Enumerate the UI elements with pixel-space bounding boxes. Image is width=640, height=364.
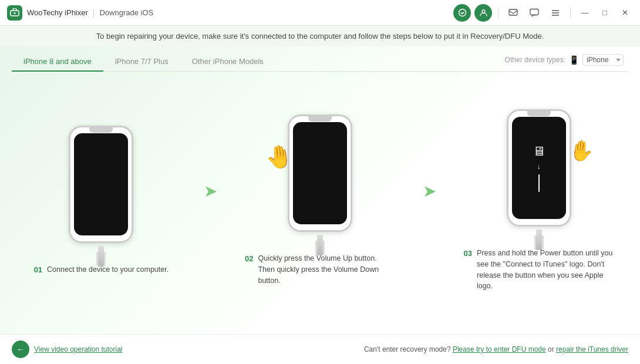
window-separator [570, 7, 571, 19]
step-1-screen [74, 133, 128, 235]
step-2-phone [288, 114, 352, 232]
step-3-connector [534, 235, 544, 250]
instruction-text: To begin repairing your device, make sur… [96, 32, 544, 41]
itunes-computer-icon: 🖥 [533, 144, 545, 159]
step-1-vol-up [69, 160, 70, 173]
cant-enter-text: Can't enter recovery mode? [364, 345, 451, 353]
step-2-screen [293, 122, 347, 224]
chat-icon-btn[interactable] [526, 4, 543, 22]
svg-point-1 [14, 12, 16, 14]
steps-area: 01 Connect the device to your computer. … [12, 72, 628, 334]
step-3-num: 03 [464, 248, 472, 259]
back-button[interactable]: ← [12, 341, 29, 358]
instruction-bar: To begin repairing your device, make sur… [0, 26, 640, 46]
dfu-mode-link[interactable]: Please try to enter DFU mode [453, 345, 546, 353]
message-icon-btn[interactable] [504, 4, 522, 22]
tab-iphone7[interactable]: iPhone 7/7 Plus [103, 52, 180, 72]
step-1-num: 01 [34, 264, 42, 276]
step-3-notch [527, 111, 551, 116]
step-2-connector [315, 241, 325, 255]
step-3-desc: 03 Press and hold the Power button until… [457, 243, 621, 296]
repair-itunes-link[interactable]: repair the iTunes driver [556, 345, 628, 353]
subtitle: Downgrade iOS [99, 8, 153, 17]
itunes-screen: 🖥 ↓ [512, 117, 566, 219]
footer: ← View video operation tutorial Can't en… [0, 334, 640, 364]
tab-iphone8[interactable]: iPhone 8 and above [12, 52, 103, 72]
menu-icon-btn[interactable] [547, 4, 564, 22]
phone-icon: 📱 [569, 55, 579, 65]
account-icon-btn[interactable] [474, 4, 492, 22]
svg-point-2 [459, 9, 466, 16]
arrow-2: ➤ [423, 181, 436, 201]
footer-right: Can't enter recovery mode? Please try to… [364, 345, 628, 353]
step-1-phone [69, 126, 133, 243]
step-2-power [351, 154, 352, 175]
or-text: or [548, 345, 554, 353]
step-3-vol-up [507, 143, 508, 156]
step-3-hand: 🤚 [568, 137, 594, 163]
step-2-text: Quickly press the Volume Up button. Then… [258, 253, 395, 286]
step-3-screen: 🖥 ↓ [512, 117, 566, 219]
close-btn[interactable]: ✕ [617, 5, 633, 21]
step-3-block: 🤚 🖥 ↓ [457, 109, 621, 296]
step-2-phone-wrapper: 🤚 [276, 114, 364, 244]
title-separator: | [93, 8, 95, 18]
step-1-vol-down [69, 176, 70, 188]
footer-left: ← View video operation tutorial [12, 341, 123, 358]
step-3-vol-down [507, 159, 508, 172]
svg-rect-4 [509, 9, 517, 15]
step-1-phone-wrapper [57, 126, 145, 255]
svg-rect-5 [530, 9, 538, 15]
app-name: WooTechy iPhixer [27, 8, 88, 17]
step-1-text: Connect the device to your computer. [47, 264, 169, 275]
device-type-dropdown[interactable]: iPhone iPad iPod [582, 54, 624, 66]
update-icon-btn[interactable] [453, 4, 471, 22]
step-3-text: Press and hold the Power button until yo… [477, 248, 614, 292]
itunes-cable-line [538, 174, 540, 192]
step-1-connector [96, 252, 106, 267]
step-3-phone-wrapper: 🤚 🖥 ↓ [495, 109, 583, 238]
step-1-power [132, 166, 133, 186]
tab-other-models[interactable]: Other iPhone Models [180, 52, 275, 72]
tab-bar: iPhone 8 and above iPhone 7/7 Plus Other… [12, 46, 628, 72]
title-bar: WooTechy iPhixer | Downgrade iOS [0, 0, 640, 26]
step-2-num: 02 [245, 253, 253, 265]
step-1-notch [89, 127, 113, 133]
device-type-label: Other device types: [505, 56, 565, 64]
maximize-btn[interactable]: □ [597, 5, 613, 21]
device-type-selector: Other device types: 📱 iPhone iPad iPod [505, 54, 628, 69]
steps-phones: 01 Connect the device to your computer. … [12, 77, 628, 328]
app-logo [7, 5, 22, 21]
step-1-block: 01 Connect the device to your computer. [19, 126, 183, 281]
title-bar-actions: — □ ✕ [453, 4, 633, 22]
back-icon: ← [16, 345, 25, 354]
step-2-hand: 🤚 [264, 143, 294, 171]
step-2-block: 🤚 02 Quickly press the Volume Up button.… [238, 114, 402, 291]
tutorial-link[interactable]: View video operation tutorial [34, 345, 123, 353]
step-3-phone: 🖥 ↓ [507, 109, 571, 227]
minimize-btn[interactable]: — [577, 5, 593, 21]
toolbar-separator [498, 7, 498, 19]
step-2-notch [308, 116, 332, 122]
svg-point-3 [482, 10, 485, 13]
arrow-1: ➤ [204, 181, 217, 201]
itunes-arrow: ↓ [537, 163, 541, 171]
main-content: iPhone 8 and above iPhone 7/7 Plus Other… [0, 46, 640, 334]
